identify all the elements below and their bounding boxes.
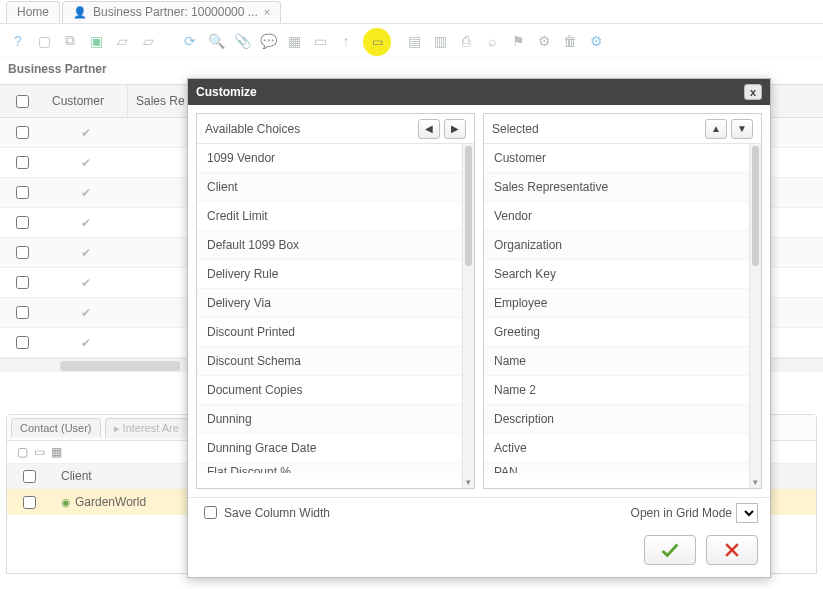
row-select[interactable] [16, 306, 29, 319]
cell-check-icon: ✔ [44, 126, 128, 140]
copy-icon[interactable]: ⧉ [60, 31, 80, 51]
move-right-button[interactable]: ▶ [444, 119, 466, 139]
row-select[interactable] [16, 156, 29, 169]
undo-box-icon-2[interactable]: ▱ [138, 31, 158, 51]
row-select[interactable] [16, 126, 29, 139]
grid-select-all[interactable] [16, 95, 29, 108]
main-toolbar: ? ▢ ⧉ ▣ ▱ ▱ ⟳ 🔍 📎 💬 ▦ ▭ ↑ ↓ ▤ ▥ ⎙ ⌕ ⚑ ⚙ … [0, 24, 823, 58]
tab-interest-area[interactable]: ▸ Interest Are [105, 418, 188, 438]
list-item[interactable]: Description [484, 405, 749, 434]
selected-vscroll[interactable]: ▾ [749, 144, 761, 488]
tab-contact-user[interactable]: Contact (User) [11, 418, 101, 437]
selected-panel: Selected ▲ ▼ Customer Sales Representati… [483, 113, 762, 489]
available-list[interactable]: 1099 Vendor Client Credit Limit Default … [197, 144, 462, 473]
new-doc-icon[interactable]: ▢ [34, 31, 54, 51]
archive-icon[interactable]: ▥ [430, 31, 450, 51]
list-item[interactable]: Flat Discount % [197, 463, 462, 473]
list-item[interactable]: Vendor [484, 202, 749, 231]
cell-check-icon: ✔ [44, 156, 128, 170]
undo-box-icon[interactable]: ▱ [112, 31, 132, 51]
requests-icon[interactable]: ⚑ [508, 31, 528, 51]
trash-icon[interactable]: 🗑 [560, 31, 580, 51]
list-item[interactable]: Name 2 [484, 376, 749, 405]
list-item[interactable]: Greeting [484, 318, 749, 347]
available-vscroll[interactable]: ▾ [462, 144, 474, 488]
chevron-right-icon: ▸ [114, 422, 120, 434]
cell-check-icon: ✔ [44, 186, 128, 200]
grid-col-customer[interactable]: Customer [44, 85, 128, 117]
move-up-button[interactable]: ▲ [705, 119, 727, 139]
mini-new-icon[interactable]: ▢ [17, 445, 28, 459]
scroll-down-icon[interactable]: ▾ [750, 476, 761, 488]
list-item[interactable]: PAN [484, 463, 749, 473]
zoom-across-icon[interactable]: ⌕ [482, 31, 502, 51]
save-column-width-checkbox[interactable]: Save Column Width [200, 503, 330, 522]
list-item[interactable]: Sales Representative [484, 173, 749, 202]
list-item[interactable]: Dunning Grace Date [197, 434, 462, 463]
list-item[interactable]: Customer [484, 144, 749, 173]
tab-business-partner[interactable]: 👤 Business Partner: 10000000 ... × [62, 1, 281, 23]
row-select[interactable] [16, 216, 29, 229]
process-icon[interactable]: ⚙ [534, 31, 554, 51]
list-item[interactable]: Dunning [197, 405, 462, 434]
row-select[interactable] [16, 336, 29, 349]
list-item[interactable]: Delivery Rule [197, 260, 462, 289]
cell-check-icon: ✔ [44, 276, 128, 290]
gear-icon[interactable]: ⚙ [586, 31, 606, 51]
dialog-close-button[interactable]: x [744, 84, 762, 100]
form-icon[interactable]: ▭ [310, 31, 330, 51]
dialog-titlebar[interactable]: Customize x [188, 79, 770, 105]
list-item[interactable]: Delivery Via [197, 289, 462, 318]
selected-list[interactable]: Customer Sales Representative Vendor Org… [484, 144, 749, 473]
ok-button[interactable] [644, 535, 696, 565]
attachment-icon[interactable]: 📎 [232, 31, 252, 51]
list-item[interactable]: Client [197, 173, 462, 202]
check-icon [659, 539, 681, 561]
report-icon[interactable]: ▤ [404, 31, 424, 51]
move-down-button[interactable]: ▼ [731, 119, 753, 139]
row-select[interactable] [16, 276, 29, 289]
tab-home[interactable]: Home [6, 1, 60, 23]
move-left-button[interactable]: ◀ [418, 119, 440, 139]
cell-check-icon: ✔ [44, 246, 128, 260]
scroll-down-icon[interactable]: ▾ [463, 476, 474, 488]
refresh-icon[interactable]: ⟳ [180, 31, 200, 51]
list-item[interactable]: Discount Schema [197, 347, 462, 376]
print-icon[interactable]: ⎙ [456, 31, 476, 51]
list-item[interactable]: Credit Limit [197, 202, 462, 231]
x-icon [722, 540, 742, 560]
list-item[interactable]: Name [484, 347, 749, 376]
mini-grid-icon[interactable]: ▦ [51, 445, 62, 459]
row-select[interactable] [16, 246, 29, 259]
list-item[interactable]: 1099 Vendor [197, 144, 462, 173]
mini-form-icon[interactable]: ▭ [34, 445, 45, 459]
list-item[interactable]: Search Key [484, 260, 749, 289]
row-select[interactable] [16, 186, 29, 199]
help-circle-icon[interactable]: ? [8, 31, 28, 51]
cancel-button[interactable] [706, 535, 758, 565]
selected-label: Selected [492, 122, 539, 136]
list-item[interactable]: Document Copies [197, 376, 462, 405]
nav-prev-icon[interactable]: ↑ [336, 31, 356, 51]
save-icon[interactable]: ▣ [86, 31, 106, 51]
available-label: Available Choices [205, 122, 300, 136]
cell-check-icon: ✔ [44, 336, 128, 350]
sub-col-client[interactable]: Client [51, 469, 102, 483]
grid-icon[interactable]: ▦ [284, 31, 304, 51]
open-grid-mode-select[interactable] [736, 503, 758, 523]
sub-row-client: GardenWorld [75, 495, 146, 509]
search-icon[interactable]: 🔍 [206, 31, 226, 51]
list-item[interactable]: Discount Printed [197, 318, 462, 347]
list-item[interactable]: Employee [484, 289, 749, 318]
list-item[interactable]: Organization [484, 231, 749, 260]
person-icon: 👤 [73, 6, 87, 19]
available-panel: Available Choices ◀ ▶ 1099 Vendor Client… [196, 113, 475, 489]
list-item[interactable]: Default 1099 Box [197, 231, 462, 260]
sub-select-all[interactable] [23, 470, 36, 483]
chat-icon[interactable]: 💬 [258, 31, 278, 51]
sub-row-select[interactable] [23, 496, 36, 509]
customize-dialog: Customize x Available Choices ◀ ▶ 1099 V… [187, 78, 771, 578]
form-view-highlight-icon: ▭ [363, 28, 391, 56]
close-icon[interactable]: × [264, 6, 270, 18]
list-item[interactable]: Active [484, 434, 749, 463]
